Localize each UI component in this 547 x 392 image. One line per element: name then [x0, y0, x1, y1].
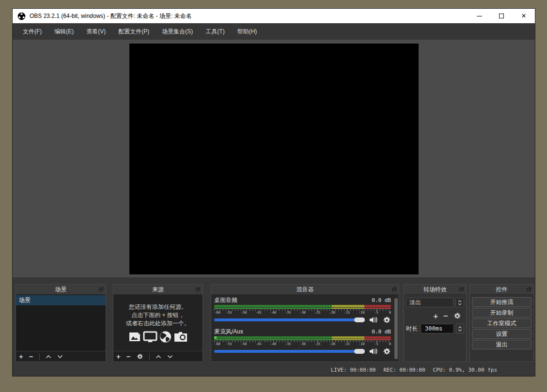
menu-file[interactable]: 文件(F) — [17, 25, 47, 38]
live-time: LIVE: 00:00:00 — [331, 367, 376, 373]
transitions-body: 淡出 + − 时长 3 — [404, 295, 466, 362]
meter-scale: -60 -55 -50 -45 -40 -35 -30 -25 -20 -15 — [214, 311, 391, 315]
minimize-icon — [477, 16, 482, 16]
mixer-scrollbar[interactable] — [394, 298, 398, 359]
duration-input[interactable]: 300ms — [421, 324, 453, 333]
transitions-panel-header: 转场特效 — [404, 285, 466, 295]
channel-name: 桌面音频 — [214, 296, 237, 304]
source-properties-gear-button[interactable] — [137, 353, 143, 360]
slider-handle[interactable] — [354, 317, 365, 322]
speaker-icon[interactable] — [369, 316, 378, 324]
menu-view[interactable]: 查看(V) — [81, 25, 111, 38]
sources-empty-text: 您还没有添加任何源。 — [129, 303, 187, 311]
scene-list-item[interactable]: 场景 — [16, 295, 106, 305]
chevron-up-icon — [458, 326, 462, 329]
sources-empty-state[interactable]: 您还没有添加任何源。 点击下面的 + 按钮， 或者右击此处添加一个。 — [113, 295, 203, 351]
duration-stepper[interactable] — [456, 324, 464, 333]
channel-db-value: 0.0 dB — [372, 329, 391, 335]
add-transition-button[interactable]: + — [433, 312, 438, 320]
chevron-down-icon — [458, 303, 462, 305]
channel-name: 麦克风/Aux — [214, 328, 243, 336]
speaker-icon[interactable] — [369, 347, 378, 355]
source-move-up-button[interactable] — [156, 355, 161, 359]
channel-settings-gear-button[interactable] — [383, 316, 391, 324]
close-icon: × — [521, 12, 526, 20]
sources-panel: 来源 您还没有添加任何源。 点击下面的 + 按钮， 或者右击此处添加一个。 — [113, 284, 203, 362]
mixer-panel-header: 混音器 — [211, 285, 399, 295]
transitions-panel-title: 转场特效 — [423, 286, 447, 294]
add-scene-button[interactable]: + — [19, 353, 23, 360]
slider-groove[interactable] — [214, 350, 365, 353]
sources-panel-header: 来源 — [113, 285, 203, 295]
menu-help[interactable]: 帮助(H) — [232, 25, 263, 38]
close-button[interactable]: × — [513, 9, 535, 23]
scene-move-up-button[interactable] — [46, 355, 51, 359]
live-level-indicator — [214, 336, 217, 339]
volume-meter: -60 -55 -50 -45 -40 -35 -30 -25 -20 -15 — [214, 336, 391, 346]
display-source-icon — [143, 331, 157, 343]
remove-transition-button[interactable]: − — [443, 312, 448, 320]
studio-mode-button[interactable]: 工作室模式 — [472, 318, 531, 328]
controls-panel-title: 控件 — [496, 286, 508, 294]
volume-slider[interactable] — [214, 349, 365, 354]
minimize-button[interactable] — [468, 9, 490, 23]
toolbar-separator — [39, 353, 40, 360]
obs-logo-icon — [17, 12, 26, 20]
popout-icon — [459, 287, 464, 291]
start-recording-button[interactable]: 开始录制 — [472, 308, 531, 317]
settings-button[interactable]: 设置 — [472, 329, 531, 339]
titlebar[interactable]: OBS 23.2.1 (64-bit, windows) - 配置文件: 未命名… — [13, 9, 535, 23]
camera-source-icon — [173, 331, 188, 343]
volume-slider[interactable] — [214, 317, 365, 322]
mixer-panel-title: 混音器 — [297, 286, 314, 294]
sources-empty-text: 点击下面的 + 按钮， — [131, 311, 185, 319]
maximize-button[interactable] — [490, 9, 513, 23]
preview-area — [13, 40, 535, 277]
menu-bar: 文件(F) 编辑(E) 查看(V) 配置文件(P) 场景集合(S) 工具(T) … — [13, 23, 535, 40]
menu-edit[interactable]: 编辑(E) — [49, 25, 79, 38]
transition-select-stepper[interactable] — [455, 298, 464, 307]
controls-body: 开始推流 开始录制 工作室模式 设置 退出 — [470, 295, 533, 362]
transitions-panel: 转场特效 淡出 + — [404, 284, 467, 362]
add-source-button[interactable]: + — [116, 353, 121, 360]
scenes-panel: 场景 场景 + − — [16, 284, 106, 362]
start-streaming-button[interactable]: 开始推流 — [472, 297, 531, 307]
volume-meter: -60 -55 -50 -45 -40 -35 -30 -25 -20 -15 — [214, 305, 391, 315]
channel-settings-gear-button[interactable] — [383, 347, 391, 356]
transition-properties-gear-button[interactable] — [453, 312, 461, 320]
rec-time: REC: 00:00:00 — [383, 367, 425, 373]
scenes-panel-title: 场景 — [55, 286, 67, 294]
image-source-icon — [128, 331, 141, 343]
mixer-body: 桌面音频 0.0 dB -60 -55 -50 -45 — [211, 295, 399, 362]
remove-scene-button[interactable]: − — [29, 353, 33, 360]
preview-canvas[interactable] — [129, 44, 419, 274]
globe-source-icon — [159, 331, 172, 343]
scene-move-down-button[interactable] — [57, 355, 63, 359]
dock-area: 场景 场景 + − — [13, 277, 535, 364]
source-type-icons — [128, 331, 188, 343]
source-move-down-button[interactable] — [167, 355, 173, 359]
menu-tools[interactable]: 工具(T) — [200, 25, 230, 38]
obs-window: OBS 23.2.1 (64-bit, windows) - 配置文件: 未命名… — [12, 8, 535, 377]
toolbar-separator — [149, 353, 150, 360]
desktop-background: OBS 23.2.1 (64-bit, windows) - 配置文件: 未命名… — [0, 0, 547, 392]
chevron-down-icon — [458, 329, 462, 332]
menu-scene-collection[interactable]: 场景集合(S) — [156, 25, 198, 38]
remove-source-button[interactable]: − — [126, 353, 131, 360]
slider-handle[interactable] — [354, 349, 365, 354]
transition-select[interactable]: 淡出 — [406, 298, 453, 307]
window-title: OBS 23.2.1 (64-bit, windows) - 配置文件: 未命名… — [30, 12, 192, 20]
menu-profile[interactable]: 配置文件(P) — [113, 25, 155, 38]
channel-db-value: 0.0 dB — [372, 297, 391, 303]
sources-empty-text: 或者右击此处添加一个。 — [126, 319, 190, 328]
mixer-channel-desktop-audio: 桌面音频 0.0 dB -60 -55 -50 -45 — [214, 296, 391, 324]
scenes-panel-header: 场景 — [16, 285, 106, 295]
cpu-fps: CPU: 0.9%, 30.00 fps — [433, 367, 497, 373]
maximize-icon — [499, 14, 504, 18]
status-bar: LIVE: 00:00:00 REC: 00:00:00 CPU: 0.9%, … — [13, 363, 535, 376]
exit-button[interactable]: 退出 — [472, 340, 531, 349]
scene-list: 场景 — [16, 295, 106, 351]
popout-icon — [392, 287, 396, 291]
slider-groove[interactable] — [214, 318, 365, 321]
sources-toolbar: + − — [113, 351, 203, 362]
